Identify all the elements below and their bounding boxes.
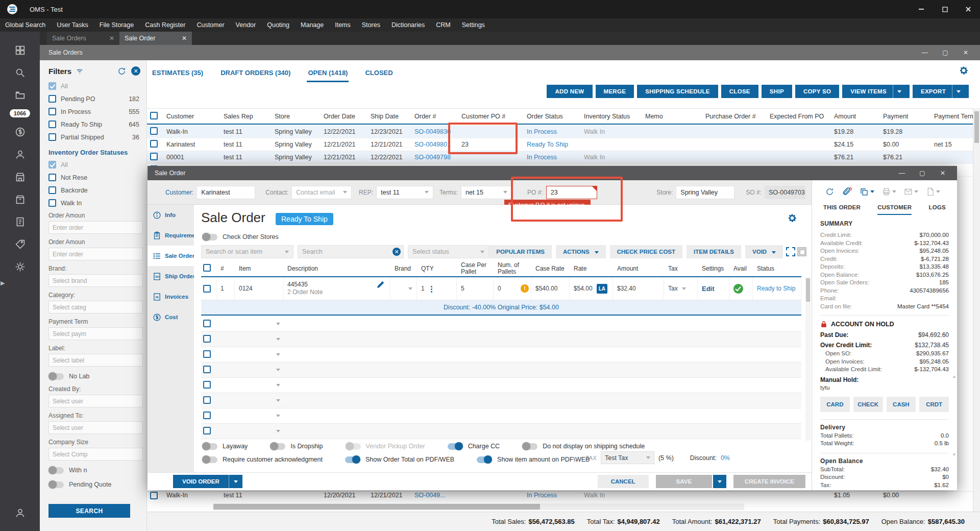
refresh-icon[interactable] bbox=[825, 187, 834, 196]
panel-tab[interactable]: LOGS bbox=[929, 204, 946, 215]
table-row[interactable]: Karinatest test 11 Spring Valley 12/21/2… bbox=[147, 138, 973, 151]
search-icon[interactable] bbox=[9, 61, 31, 84]
checkbox[interactable] bbox=[48, 120, 56, 128]
menu-item[interactable]: Manage bbox=[301, 21, 324, 29]
col-customer-po[interactable]: Customer PO # bbox=[456, 113, 522, 120]
col-ship-date[interactable]: Ship Date bbox=[365, 113, 409, 120]
empty-item-row[interactable] bbox=[201, 378, 801, 393]
cancel-button[interactable]: CANCEL bbox=[598, 475, 649, 488]
tab-close-icon[interactable]: ✕ bbox=[182, 35, 187, 42]
pallet-warning-icon[interactable]: ! bbox=[521, 284, 529, 293]
files-icon[interactable] bbox=[9, 84, 31, 106]
dashboard-icon[interactable] bbox=[9, 39, 31, 61]
menu-item[interactable]: User Tasks bbox=[57, 21, 88, 29]
vertical-scrollbar[interactable] bbox=[973, 108, 980, 512]
filter-input[interactable] bbox=[48, 274, 143, 287]
payments-icon[interactable] bbox=[9, 120, 31, 143]
order-status-link[interactable]: In Process bbox=[522, 154, 579, 161]
check-other-stores-toggle[interactable] bbox=[202, 234, 217, 240]
items-select-all-checkbox[interactable] bbox=[203, 264, 211, 272]
empty-item-row[interactable] bbox=[201, 393, 801, 408]
rep-select[interactable]: test 11 bbox=[376, 186, 433, 199]
items-grid-gear-icon[interactable] bbox=[787, 213, 797, 225]
save-button[interactable]: SAVE bbox=[656, 475, 712, 488]
item-search-type-select[interactable]: Search or scan item bbox=[201, 245, 293, 258]
filter-checkbox-row[interactable]: In Process 555 bbox=[40, 105, 146, 118]
window-maximize-button[interactable] bbox=[933, 0, 957, 18]
print-icon[interactable] bbox=[882, 187, 896, 196]
pending-quote-toggle[interactable] bbox=[48, 481, 64, 488]
view-tab[interactable]: DRAFT ORDERS (340) bbox=[219, 65, 291, 82]
store-icon[interactable] bbox=[9, 165, 31, 188]
modal-maximize-button[interactable]: ▢ bbox=[912, 170, 933, 177]
menu-item[interactable]: Items bbox=[335, 21, 351, 29]
grid-settings-gear-icon[interactable] bbox=[959, 65, 969, 77]
document-tab[interactable]: Sale Orders ✕ bbox=[47, 32, 119, 45]
menu-item[interactable]: CRM bbox=[436, 21, 450, 29]
nav-item-requirements[interactable]: Requirements bbox=[148, 225, 194, 246]
toolbar-button[interactable]: SHIP bbox=[762, 85, 792, 98]
menu-item[interactable]: Cash Register bbox=[145, 21, 185, 29]
col-order-number[interactable]: Order # bbox=[409, 113, 456, 120]
checkbox[interactable] bbox=[48, 161, 56, 168]
checkbox[interactable] bbox=[48, 199, 56, 207]
with-notes-toggle[interactable] bbox=[48, 467, 64, 474]
order-toggle[interactable] bbox=[270, 443, 285, 450]
checkbox[interactable] bbox=[48, 186, 56, 194]
inventory-icon[interactable] bbox=[9, 188, 31, 210]
menu-item[interactable]: Dictionaries bbox=[391, 21, 425, 29]
no-label-toggle[interactable] bbox=[48, 373, 64, 380]
contact-select[interactable]: Contact email bbox=[291, 186, 352, 199]
grid-layout-icon[interactable] bbox=[797, 247, 806, 256]
edit-description-pencil-icon[interactable] bbox=[377, 280, 385, 290]
col-amount[interactable]: Amount bbox=[829, 113, 878, 120]
action-button[interactable]: POPULAR ITEMS bbox=[489, 245, 552, 258]
row-checkbox[interactable] bbox=[150, 127, 158, 135]
filter-input[interactable] bbox=[48, 301, 143, 313]
panel-expander-arrow[interactable]: ▶ bbox=[1, 280, 5, 286]
filter-checkbox-row[interactable]: All bbox=[40, 158, 146, 171]
menu-item[interactable]: Settings bbox=[462, 21, 485, 29]
toolbar-button[interactable]: SHIPPING SCHEDULE bbox=[637, 85, 718, 98]
filter-checkbox-row[interactable]: Partial Shipped 36 bbox=[40, 131, 146, 143]
filter-input[interactable] bbox=[48, 354, 143, 367]
toolbar-button[interactable]: EXPORT bbox=[913, 85, 969, 98]
action-button[interactable]: ITEM DETAILS bbox=[687, 245, 741, 258]
copy-icon[interactable] bbox=[860, 187, 874, 197]
customer-field[interactable]: Karinatest bbox=[197, 186, 255, 199]
col-customer[interactable]: Customer bbox=[161, 113, 218, 120]
order-toggle[interactable] bbox=[477, 456, 492, 463]
row-checkbox[interactable] bbox=[150, 153, 158, 160]
item-row[interactable]: 1 0124 4454352 Order Note 1 5 0! $540.00… bbox=[201, 277, 801, 300]
payment-button[interactable]: CARD bbox=[820, 397, 850, 412]
items-grid-scrollbar[interactable] bbox=[805, 277, 811, 441]
toolbar-button[interactable]: CLOSE bbox=[721, 85, 758, 98]
toolbar-button[interactable]: COPY SO bbox=[795, 85, 839, 98]
row-checkbox[interactable] bbox=[150, 140, 158, 148]
inner-close-button[interactable]: ✕ bbox=[955, 49, 976, 56]
window-minimize-button[interactable] bbox=[910, 0, 933, 18]
toolbar-button[interactable]: VIEW ITEMS bbox=[842, 85, 910, 98]
col-payment-term[interactable]: Payment Term bbox=[929, 113, 977, 120]
order-toggle[interactable] bbox=[448, 443, 463, 450]
window-close-button[interactable] bbox=[957, 0, 980, 18]
menu-item[interactable]: Quoting bbox=[267, 21, 289, 29]
table-row[interactable]: Walk-In test 11 Spring Valley 12/22/2021… bbox=[147, 126, 973, 138]
col-payment[interactable]: Payment bbox=[878, 113, 929, 120]
store-field[interactable]: Spring Valley bbox=[676, 186, 734, 199]
col-order-status[interactable]: Order Status bbox=[522, 113, 579, 120]
partially-visible-row[interactable]: Walk-In test 11 12/20/2021 12/21/2021 SO… bbox=[147, 491, 973, 501]
filter-checkbox-row[interactable]: Pending PO 182 bbox=[40, 92, 146, 105]
filter-input[interactable] bbox=[48, 421, 143, 434]
nav-item-sale-order[interactable]: Sale Order bbox=[148, 246, 194, 266]
nav-item-invoices[interactable]: INInvoices bbox=[148, 286, 194, 307]
rate-la-badge[interactable]: LA bbox=[597, 284, 607, 294]
order-status-link[interactable]: In Process bbox=[522, 128, 579, 135]
menu-item[interactable]: Global Search bbox=[5, 21, 45, 29]
empty-item-row[interactable] bbox=[201, 363, 801, 378]
filter-input[interactable] bbox=[48, 448, 143, 461]
panel-tab[interactable]: THIS ORDER bbox=[823, 204, 861, 215]
col-expected-from-po[interactable]: Expected From PO bbox=[765, 113, 829, 120]
order-toggle[interactable] bbox=[522, 443, 537, 450]
panel-tab[interactable]: CUSTOMER bbox=[877, 204, 912, 215]
